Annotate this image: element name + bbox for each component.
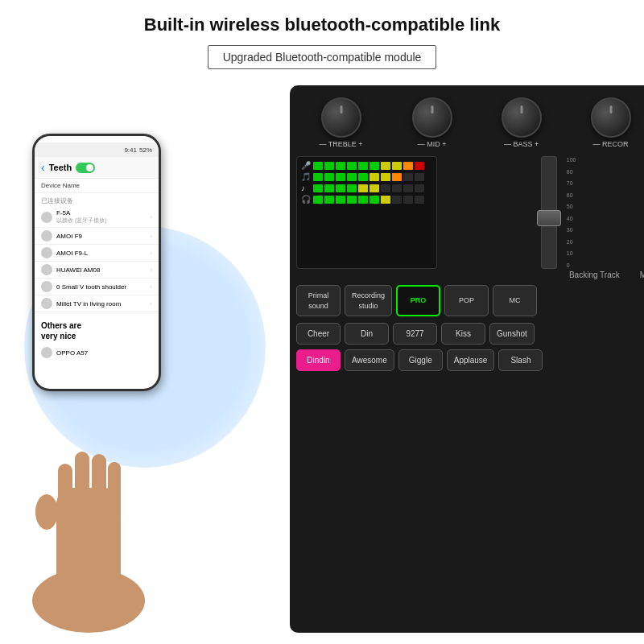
vu-cell [369, 184, 379, 192]
vu-meter: 🎤 [296, 156, 437, 269]
mc-button[interactable]: MC [493, 285, 537, 316]
mid-label: — MID + [418, 140, 447, 148]
record-label: — RECOR [592, 140, 628, 148]
device-icon [41, 264, 52, 275]
mixer-side: — TREBLE + — MID + — BASS + — RECOR [290, 85, 644, 633]
svg-point-6 [35, 494, 58, 530]
oppo-row[interactable]: OPPO A57 [35, 345, 159, 361]
bass-knob-container: — BASS + [502, 97, 542, 148]
svg-rect-4 [92, 454, 106, 516]
device-icon [41, 247, 52, 258]
vu-cell [415, 196, 424, 204]
device-row-3[interactable]: AMOI F9-L › [35, 245, 159, 262]
phone-status-bar: 9:41 52% [35, 142, 159, 157]
headphone-icon: 🎧 [301, 195, 311, 204]
note-icon: ♪ [301, 184, 311, 192]
giggle-button[interactable]: Giggle [398, 349, 443, 371]
section-label: 已连接设备 [35, 193, 159, 207]
vu-cell [403, 162, 413, 170]
bluetooth-toggle[interactable] [76, 163, 95, 173]
vu-cell [403, 184, 413, 192]
recording-studio-button[interactable]: Recordingstudio [345, 285, 392, 316]
applause-button[interactable]: Applause [447, 349, 495, 371]
vu-cell [347, 184, 357, 192]
bass-knob[interactable] [502, 97, 542, 138]
fader-track[interactable]: 100 80 70 60 50 40 30 20 10 0 [541, 156, 557, 269]
device-icon [41, 230, 52, 242]
status-time: 9:41 [124, 147, 137, 154]
screen-title: Teeth [49, 163, 72, 172]
vu-cell [381, 173, 390, 181]
phone-side: 9:41 52% ‹ Teeth Device Name 已连接设备 [0, 85, 290, 633]
mid-knob-container: — MID + [412, 97, 452, 148]
mid-knob[interactable] [412, 97, 452, 138]
vu-cell [392, 196, 402, 204]
gunshot-button[interactable]: Gunshot [489, 323, 535, 345]
fader-handle[interactable] [537, 210, 561, 226]
pop-button[interactable]: POP [444, 285, 489, 316]
chevron-icon: › [150, 213, 152, 221]
vu-cell [369, 196, 379, 204]
device-row-1[interactable]: F-5A 以接收 (蓝牙子接放) › [35, 207, 159, 228]
awesome-button[interactable]: Awesome [345, 349, 394, 371]
header-section: Built-in wireless bluetooth-compatible l… [0, 0, 644, 77]
knobs-row: — TREBLE + — MID + — BASS + — RECOR [290, 85, 644, 152]
record-knob[interactable] [591, 97, 631, 138]
din-button[interactable]: Din [345, 323, 389, 345]
vu-cell [415, 162, 424, 170]
vu-cell [369, 162, 379, 170]
device-row-5[interactable]: 0 Small V tooth shoulder › [35, 279, 159, 295]
slash-button[interactable]: Slash [498, 349, 543, 371]
primal-sound-button[interactable]: Primalsound [296, 285, 341, 316]
vu-cell [358, 173, 368, 181]
vu-cell [324, 196, 334, 204]
vu-cell [336, 196, 345, 204]
device-icon [41, 298, 52, 309]
bluetooth-badge: Upgraded Bluetooth-compatible module [208, 45, 437, 69]
vu-cell [313, 184, 323, 192]
device-row-2[interactable]: AMOI F9 › [35, 228, 159, 245]
vu-cell [336, 173, 345, 181]
device-icon [41, 212, 52, 223]
vu-cell [324, 173, 334, 181]
vu-cell [324, 162, 334, 170]
vu-cell [347, 162, 357, 170]
vu-cell [392, 162, 402, 170]
phone-nav-bar: ‹ Teeth [35, 157, 159, 179]
cheer-button[interactable]: Cheer [296, 323, 341, 345]
vu-cell [392, 173, 402, 181]
kiss-button[interactable]: Kiss [441, 323, 485, 345]
vu-cell [369, 173, 379, 181]
device-icon [41, 281, 52, 292]
vu-cell [381, 196, 390, 204]
backing-track-label: Backing Track Mor [290, 269, 644, 281]
controls-area: 🎤 [290, 152, 644, 273]
device-name-label: Device Name [41, 182, 80, 189]
vu-cell [313, 196, 323, 204]
page-title: Built-in wireless bluetooth-compatible l… [32, 14, 612, 35]
chevron-icon: › [150, 283, 152, 291]
vu-cell [358, 162, 368, 170]
vu-cell [336, 162, 345, 170]
vu-cell [336, 184, 345, 192]
svg-rect-3 [75, 452, 89, 516]
vu-mic-row: 🎤 [301, 161, 432, 170]
music-icon: 🎵 [301, 172, 311, 181]
pro-button[interactable]: PRO [396, 285, 440, 316]
svg-rect-2 [58, 464, 72, 520]
vu-music-grid [313, 173, 424, 181]
device-row-4[interactable]: HUAWEI AM08 › [35, 262, 159, 279]
treble-knob[interactable] [321, 97, 361, 138]
vu-note-grid [313, 184, 424, 192]
vu-cell [347, 196, 357, 204]
vu-cell [324, 184, 334, 192]
vu-cell [347, 173, 357, 181]
device-row-6[interactable]: Millet TV in living room › [35, 295, 159, 312]
back-arrow-icon[interactable]: ‹ [41, 161, 45, 174]
effect-buttons-row-1: Cheer Din 9277 Kiss Gunshot [290, 320, 644, 347]
mixer-device: — TREBLE + — MID + — BASS + — RECOR [290, 85, 644, 633]
nine277-button[interactable]: 9277 [393, 323, 437, 345]
dindin-button[interactable]: Dindin [296, 349, 341, 371]
chevron-icon: › [150, 233, 152, 240]
vu-music-row: 🎵 [301, 172, 432, 181]
